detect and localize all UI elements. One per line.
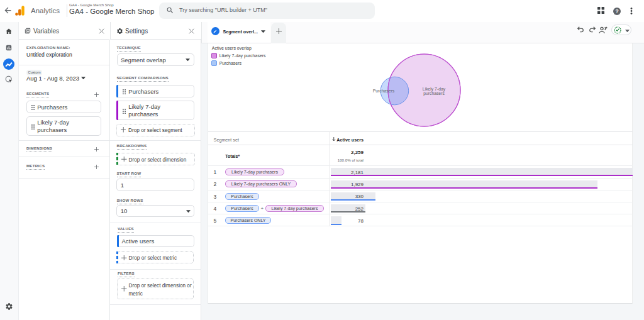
svg-text:purchasers: purchasers	[423, 91, 445, 96]
svg-text:Purchasers: Purchasers	[373, 89, 395, 93]
